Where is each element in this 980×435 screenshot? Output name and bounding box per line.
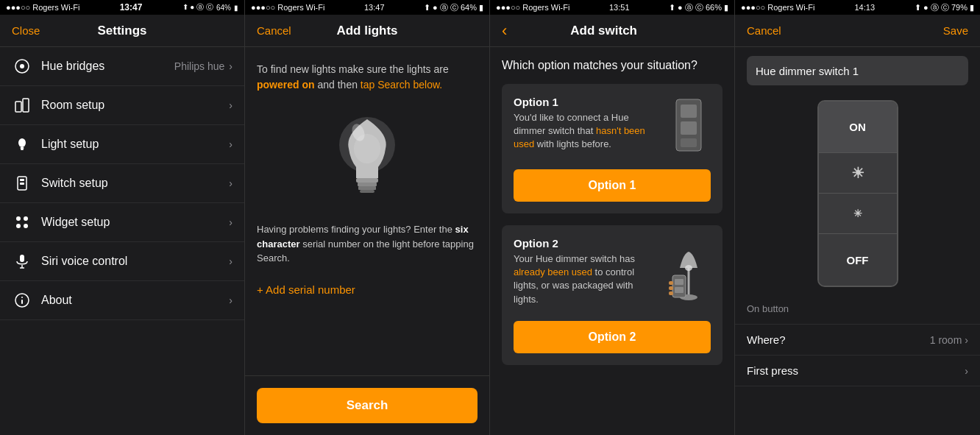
svg-point-33: [685, 265, 692, 271]
first-press-label: First press: [747, 364, 798, 377]
where-label: Where?: [747, 333, 786, 346]
bridge-icon: [12, 56, 32, 77]
close-button[interactable]: Close: [12, 24, 56, 37]
cancel-button[interactable]: Cancel: [257, 24, 301, 37]
widget-setup-label: Widget setup: [41, 216, 229, 229]
chevron-icon: ›: [229, 138, 232, 150]
dimmer-off-button: OFF: [819, 234, 897, 286]
option1-button[interactable]: Option 1: [514, 169, 711, 202]
svg-rect-2: [15, 102, 21, 112]
on-button-section: On button: [735, 293, 980, 325]
add-switch-panel: ●●●○○ Rogers Wi-Fi 13:51 ⬆ ● ⓐ ⓒ 66% ▮ ‹…: [490, 0, 735, 435]
svg-point-1: [20, 64, 24, 68]
option1-desc: You'd like to connect a Hue dimmer switc…: [514, 111, 658, 152]
svg-rect-29: [681, 121, 697, 135]
sidebar-item-hue-bridges[interactable]: Hue bridges Philips hue ›: [0, 47, 244, 86]
add-lights-intro: To find new lights make sure the lights …: [257, 62, 477, 93]
back-button[interactable]: ‹: [502, 21, 507, 40]
option2-title: Option 2: [514, 237, 658, 250]
svg-point-4: [18, 138, 26, 147]
chevron-icon: ›: [229, 60, 232, 72]
svg-rect-39: [669, 291, 673, 295]
chevron-icon: ›: [229, 216, 232, 228]
time-1: 13:47: [120, 2, 143, 13]
svg-rect-24: [358, 186, 376, 190]
brightness-up-icon: ☀: [851, 164, 864, 182]
option2-card: Option 2 Your Hue dimmer switch has alre…: [502, 225, 722, 365]
svg-rect-37: [669, 281, 673, 285]
sidebar-item-siri-voice[interactable]: Siri voice control ›: [0, 242, 244, 281]
add-lights-navbar: Cancel Add lights: [245, 15, 489, 47]
svg-rect-19: [21, 300, 23, 304]
which-option-text: Which option matches your situation?: [502, 59, 722, 72]
where-row[interactable]: Where? 1 room ›: [735, 325, 980, 356]
add-serial-button[interactable]: + Add serial number: [257, 277, 477, 302]
carrier-2: ●●●○○ Rogers Wi-Fi: [251, 3, 324, 12]
search-button-container: Search: [245, 375, 489, 435]
add-switch-title: Add switch: [507, 24, 700, 38]
dimmer-on-button: ON: [819, 102, 897, 153]
sidebar-item-room-setup[interactable]: Room setup ›: [0, 86, 244, 125]
sidebar-item-widget-setup[interactable]: Widget setup ›: [0, 203, 244, 242]
svg-point-13: [24, 224, 28, 228]
switch-icon: [12, 173, 32, 194]
dimmer-brightness-up-button: ☀: [819, 153, 897, 194]
svg-rect-25: [360, 190, 374, 193]
svg-rect-35: [675, 279, 683, 285]
status-bar-1: ●●●○○ Rogers Wi-Fi 13:47 ⬆ ● ⓐ ⓒ 64% ▮: [0, 0, 244, 15]
add-lights-title: Add lights: [301, 24, 433, 38]
svg-point-18: [21, 297, 23, 298]
settings-list: Hue bridges Philips hue › Room setup ›: [0, 47, 244, 435]
time-4: 14:13: [854, 3, 875, 12]
svg-point-11: [24, 216, 28, 221]
add-switch-content: Which option matches your situation? Opt…: [490, 47, 734, 435]
battery-1: ⬆ ● ⓐ ⓒ 64% ▮: [182, 2, 238, 13]
svg-rect-30: [681, 138, 697, 147]
svg-point-12: [16, 224, 21, 228]
option1-card: Option 1 You'd like to connect a Hue dim…: [502, 84, 722, 213]
powered-on-text: powered on: [257, 79, 315, 91]
sidebar-item-light-setup[interactable]: Light setup ›: [0, 125, 244, 164]
hue-bridges-value: Philips hue: [174, 60, 225, 72]
dimmer-switch-visual: ON ☀ ✳ OFF: [735, 100, 980, 287]
settings-navbar: Close Settings: [0, 15, 244, 47]
dimmer-cancel-button[interactable]: Cancel: [747, 24, 791, 37]
sidebar-item-about[interactable]: About ›: [0, 281, 244, 320]
room-setup-label: Room setup: [41, 99, 229, 112]
svg-rect-38: [669, 286, 673, 290]
chevron-icon: ›: [229, 177, 232, 189]
about-label: About: [41, 294, 229, 307]
brightness-down-icon: ✳: [853, 208, 862, 219]
siri-label: Siri voice control: [41, 255, 229, 268]
status-bar-4: ●●●○○ Rogers Wi-Fi 14:13 ⬆ ● ⓐ ⓒ 79% ▮: [735, 0, 980, 15]
dimmer-save-button[interactable]: Save: [924, 24, 968, 37]
time-3: 13:51: [609, 3, 630, 12]
switch-lamp-image: [667, 237, 711, 306]
bulb-illustration: [257, 105, 477, 208]
carrier-3: ●●●○○ Rogers Wi-Fi: [496, 3, 569, 12]
room-icon: [12, 95, 32, 116]
info-icon: [12, 290, 32, 311]
settings-panel: ●●●○○ Rogers Wi-Fi 13:47 ⬆ ● ⓐ ⓒ 64% ▮ C…: [0, 0, 245, 435]
option2-button[interactable]: Option 2: [514, 321, 711, 353]
battery-2: ⬆ ● ⓐ ⓒ 64% ▮: [424, 2, 483, 13]
svg-rect-6: [21, 149, 24, 150]
time-2: 13:47: [364, 3, 385, 12]
svg-rect-28: [681, 105, 697, 118]
tap-search-text: tap Search below.: [361, 79, 442, 91]
chevron-icon: ›: [229, 99, 232, 111]
search-button[interactable]: Search: [257, 388, 477, 423]
carrier-1: ●●●○○ Rogers Wi-Fi: [6, 3, 79, 12]
svg-rect-23: [358, 183, 377, 186]
battery-4: ⬆ ● ⓐ ⓒ 79% ▮: [915, 2, 974, 13]
sidebar-item-switch-setup[interactable]: Switch setup ›: [0, 164, 244, 203]
switch-setup-label: Switch setup: [41, 177, 229, 190]
dimmer-config-panel: ●●●○○ Rogers Wi-Fi 14:13 ⬆ ● ⓐ ⓒ 79% ▮ C…: [735, 0, 980, 435]
widget-icon: [12, 212, 32, 233]
first-press-row[interactable]: First press ›: [735, 356, 980, 386]
light-icon: [12, 134, 32, 155]
chevron-icon: ›: [229, 255, 232, 267]
where-value: 1 room: [930, 334, 962, 346]
dimmer-name-input[interactable]: [747, 56, 968, 85]
svg-rect-3: [23, 99, 29, 112]
